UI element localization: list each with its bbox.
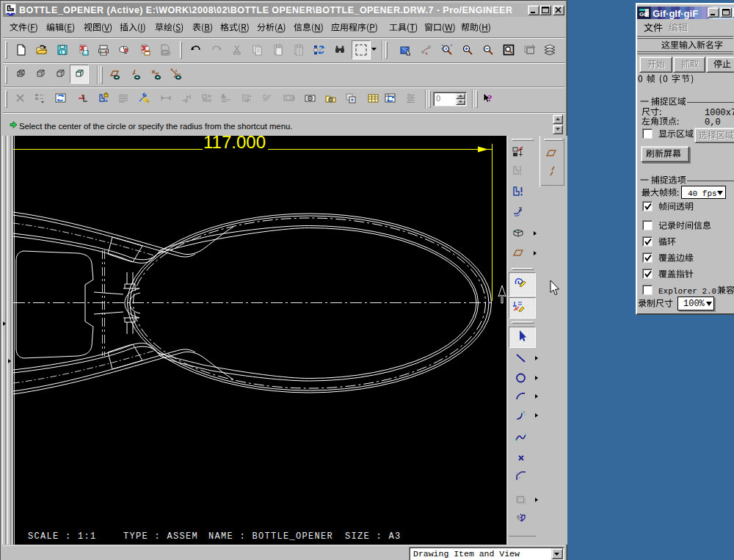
svg-text:TYPE : ASSEM: TYPE : ASSEM bbox=[123, 531, 198, 542]
svg-text:SIZE : A3: SIZE : A3 bbox=[345, 531, 401, 542]
svg-text:1.1M: 1.1M bbox=[285, 95, 295, 101]
svg-text:?: ? bbox=[487, 92, 493, 103]
svg-text:NAME : BOTTLE_OPENER: NAME : BOTTLE_OPENER bbox=[208, 531, 333, 542]
svg-text:A: A bbox=[221, 93, 225, 100]
svg-text:117.000: 117.000 bbox=[203, 136, 266, 152]
svg-text:SCALE : 1:1: SCALE : 1:1 bbox=[28, 531, 97, 542]
svg-text:GIF: GIF bbox=[639, 11, 649, 18]
